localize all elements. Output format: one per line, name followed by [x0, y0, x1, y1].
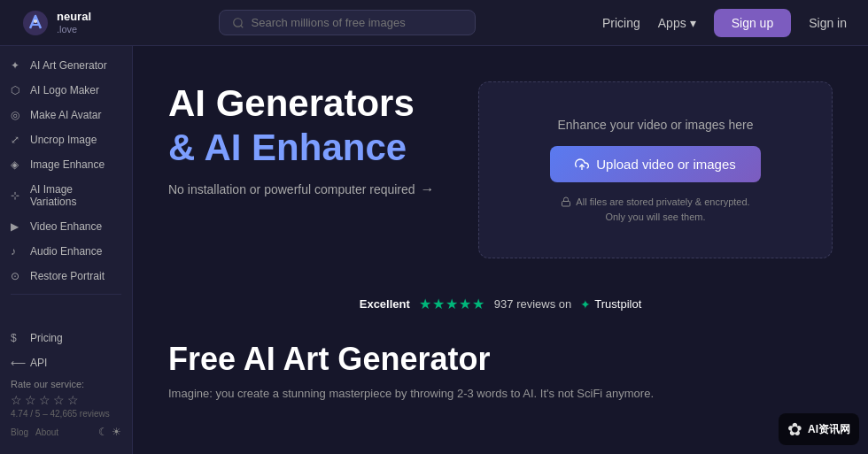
- main-layout: ✦ AI Art Generator ⬡ AI Logo Maker ◎ Mak…: [0, 46, 868, 454]
- sidebar-label: AI Logo Maker: [30, 84, 99, 96]
- stars: ★★★★★: [419, 296, 485, 312]
- logo-love: .love: [57, 24, 91, 35]
- logo-icon: [21, 9, 50, 37]
- upload-button-label: Upload video or images: [596, 157, 736, 172]
- header: neural .love Pricing Apps ▾ Sign up Sign…: [0, 0, 868, 46]
- star-1[interactable]: ☆: [11, 393, 22, 407]
- pricing-icon: $: [11, 332, 23, 344]
- excellent-label: Excellent: [360, 297, 410, 311]
- trustpilot-logo: ✦ Trustpilot: [580, 297, 641, 312]
- signup-button[interactable]: Sign up: [714, 9, 791, 37]
- sidebar-item-make-ai-avatar[interactable]: ◎ Make AI Avatar: [0, 103, 132, 127]
- uncrop-icon: ⤢: [11, 134, 23, 146]
- svg-rect-5: [562, 202, 570, 207]
- variations-icon: ⊹: [11, 189, 23, 202]
- sidebar-divider: [11, 294, 121, 295]
- rating-count: 42,665 reviews: [50, 409, 109, 419]
- api-icon: ⟵: [11, 357, 23, 369]
- sidebar-item-image-enhance[interactable]: ◈ Image Enhance: [0, 152, 132, 177]
- security-line1: All files are stored privately & encrypt…: [576, 196, 749, 207]
- star-2[interactable]: ☆: [25, 393, 36, 407]
- moon-icon[interactable]: ☾: [98, 426, 108, 438]
- sidebar-item-api[interactable]: ⟵ API: [0, 350, 132, 375]
- star-5[interactable]: ☆: [67, 393, 79, 407]
- sidebar-label: Pricing: [30, 332, 63, 344]
- audio-icon: ♪: [11, 245, 23, 258]
- watermark-icon: ✿: [787, 419, 802, 440]
- sidebar: ✦ AI Art Generator ⬡ AI Logo Maker ◎ Mak…: [0, 46, 133, 454]
- hero-title-line1: AI Generators: [168, 82, 415, 124]
- sidebar-label: Image Enhance: [30, 158, 105, 171]
- hero-left: AI Generators & AI Enhance No installati…: [168, 81, 452, 197]
- rate-label: Rate our service:: [11, 379, 121, 389]
- sidebar-label: Video Enhance: [30, 220, 102, 233]
- search-input[interactable]: [252, 16, 462, 29]
- sidebar-label: Audio Enhance: [30, 245, 102, 258]
- sidebar-label: AI Art Generator: [30, 59, 107, 72]
- trustpilot-icon: ✦: [580, 297, 591, 312]
- reviews-text: 937 reviews on: [494, 297, 571, 311]
- image-enhance-icon: ◈: [11, 158, 23, 171]
- hero-right: Enhance your video or images here Upload…: [478, 81, 833, 258]
- logo-text: neural .love: [57, 11, 91, 34]
- sidebar-footer: Blog About ☾ ☀: [0, 420, 132, 443]
- arrow-icon: →: [421, 181, 435, 197]
- sidebar-item-ai-art-generator[interactable]: ✦ AI Art Generator: [0, 53, 132, 78]
- upload-icon: [575, 158, 589, 172]
- sidebar-label: AI Image Variations: [30, 183, 121, 208]
- upload-card: Enhance your video or images here Upload…: [478, 81, 833, 258]
- trustpilot-name: Trustpilot: [594, 297, 641, 311]
- hero-title: AI Generators & AI Enhance: [168, 81, 452, 171]
- sidebar-item-pricing[interactable]: $ Pricing: [0, 326, 132, 350]
- sidebar-label: Uncrop Image: [30, 134, 97, 146]
- sidebar-label: Restore Portrait: [30, 270, 105, 282]
- free-section: Free AI Art Generator Imagine: you creat…: [133, 323, 868, 420]
- main-content: AI Generators & AI Enhance No installati…: [133, 46, 868, 454]
- upload-button[interactable]: Upload video or images: [550, 146, 761, 182]
- security-line2: Only you will see them.: [605, 212, 705, 222]
- sidebar-bottom: $ Pricing ⟵ API Rate our service: ☆ ☆ ☆ …: [0, 322, 132, 447]
- search-bar: [219, 10, 476, 35]
- hero-section: AI Generators & AI Enhance No installati…: [133, 46, 868, 285]
- nav-apps[interactable]: Apps ▾: [658, 16, 696, 30]
- trustpilot-row: Excellent ★★★★★ 937 reviews on ✦ Trustpi…: [133, 285, 868, 323]
- watermark: ✿ AI资讯网: [779, 413, 859, 445]
- hero-title-line2: & AI Enhance: [168, 127, 407, 168]
- free-description: Imagine: you create a stunning masterpie…: [168, 385, 833, 403]
- svg-point-2: [233, 18, 241, 26]
- avatar-icon: ◎: [11, 109, 23, 121]
- lock-icon: [561, 196, 571, 207]
- about-link[interactable]: About: [35, 427, 58, 437]
- upload-security: All files are stored privately & encrypt…: [561, 196, 749, 222]
- sidebar-item-restore-portrait[interactable]: ⊙ Restore Portrait: [0, 264, 132, 289]
- star-3[interactable]: ☆: [39, 393, 50, 407]
- rating-value: 4.74 / 5: [11, 409, 40, 419]
- upload-card-label: Enhance your video or images here: [557, 118, 753, 132]
- sidebar-item-ai-logo-maker[interactable]: ⬡ AI Logo Maker: [0, 78, 132, 103]
- sidebar-item-video-enhance[interactable]: ▶ Video Enhance: [0, 214, 132, 239]
- theme-icons: ☾ ☀: [98, 426, 121, 438]
- sidebar-item-ai-image-variations[interactable]: ⊹ AI Image Variations: [0, 177, 132, 214]
- svg-line-3: [240, 25, 243, 27]
- footer-links: Blog About: [11, 427, 58, 437]
- ai-logo-icon: ⬡: [11, 84, 23, 96]
- nav-pricing[interactable]: Pricing: [602, 16, 640, 30]
- search-icon: [232, 17, 244, 29]
- blog-link[interactable]: Blog: [11, 427, 28, 437]
- star-4[interactable]: ☆: [53, 393, 65, 407]
- signin-button[interactable]: Sign in: [809, 16, 847, 30]
- sidebar-item-uncrop-image[interactable]: ⤢ Uncrop Image: [0, 127, 132, 152]
- sidebar-label: Make AI Avatar: [30, 109, 102, 121]
- sidebar-item-audio-enhance[interactable]: ♪ Audio Enhance: [0, 239, 132, 264]
- ai-art-icon: ✦: [11, 59, 23, 72]
- chevron-down-icon: ▾: [690, 16, 696, 30]
- logo[interactable]: neural .love: [21, 9, 91, 37]
- logo-neural: neural: [57, 11, 91, 23]
- sun-icon[interactable]: ☀: [112, 426, 121, 438]
- watermark-text: AI资讯网: [808, 422, 850, 437]
- restore-icon: ⊙: [11, 270, 23, 282]
- hero-subtitle-text: No installation or powerful computer req…: [168, 182, 415, 196]
- svg-point-1: [34, 19, 37, 23]
- header-nav: Pricing Apps ▾ Sign up Sign in: [602, 9, 847, 37]
- video-icon: ▶: [11, 220, 23, 233]
